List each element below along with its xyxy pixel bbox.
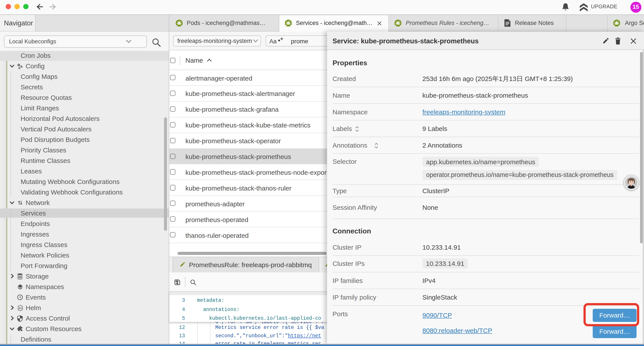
svg-text:HELM: HELM: [18, 307, 22, 309]
